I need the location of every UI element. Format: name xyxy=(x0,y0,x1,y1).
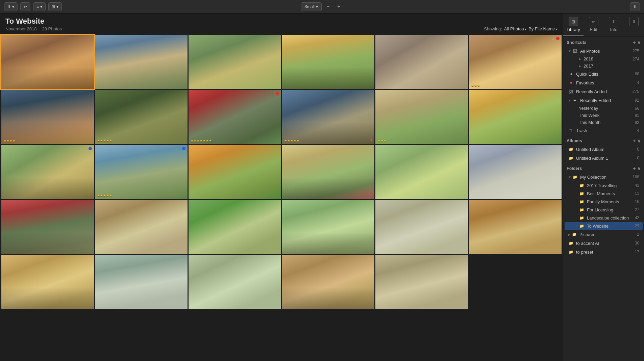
photo-cell-8[interactable]: ★★★★★ xyxy=(95,90,188,144)
shortcuts-add-icon[interactable]: + xyxy=(633,40,636,45)
sidebar-item-trash[interactable]: 🗑 Trash 4 xyxy=(565,126,643,135)
photo-cell-10[interactable]: ★★★★★♥ xyxy=(282,90,375,144)
main-toolbar: ⬆ ▾ ↩ ≡ ▾ ⊞ ▾ Small ▾ − + ⬆ xyxy=(0,0,644,14)
zoom-out-button[interactable]: − xyxy=(324,2,332,11)
tab-library[interactable]: ⊞ Library xyxy=(563,14,584,36)
sidebar-item-untitled-album-1[interactable]: 📁 Untitled Album 1 0 xyxy=(565,154,643,162)
photo-cell-22[interactable] xyxy=(282,200,375,254)
sidebar-item-landscape-collection[interactable]: 📁 Landscalpe collection 42 xyxy=(565,214,643,222)
showing-filter-dropdown[interactable]: All Photos xyxy=(504,26,526,31)
to-website-icon: 📁 xyxy=(579,223,585,229)
photo-cell-2[interactable] xyxy=(95,35,188,89)
untitled-album-1-icon: 📁 xyxy=(568,155,574,161)
photo-cell-26[interactable] xyxy=(95,255,188,309)
pictures-label: Pictures xyxy=(579,232,636,237)
back-button[interactable]: ↩ xyxy=(20,2,30,11)
sidebar-item-family-moments[interactable]: 📁 Family Moments 16 xyxy=(565,198,643,206)
recently-added-icon: 🖼 xyxy=(568,88,574,95)
photo-cell-19[interactable] xyxy=(1,200,94,254)
photo-cell-25[interactable] xyxy=(1,255,94,309)
photo-cell-11[interactable]: ★★★ xyxy=(375,90,468,144)
tab-share[interactable]: ⬆ xyxy=(624,14,644,36)
this-month-label: This Month xyxy=(579,120,634,125)
sidebar-item-untitled-album[interactable]: 📁 Untitled Album 0 xyxy=(565,145,643,154)
showing-sort-dropdown[interactable]: By File Name xyxy=(528,26,558,31)
photo-cell-13[interactable] xyxy=(1,145,94,199)
folders-chevron-icon[interactable]: ∨ xyxy=(637,166,641,171)
sidebar-item-this-month[interactable]: This Month 92 xyxy=(565,119,643,126)
sidebar-item-yesterday[interactable]: Yesterday 66 xyxy=(565,105,643,112)
photo-cell-14[interactable]: ★★★★★ xyxy=(95,145,188,199)
photo-cell-5[interactable] xyxy=(375,35,468,89)
sidebar-item-best-moments[interactable]: 📁 Best Moments 11 xyxy=(565,189,643,198)
best-moments-count: 11 xyxy=(635,191,639,196)
sidebar-item-favorites[interactable]: ♥ Favorites 4 xyxy=(565,78,643,87)
albums-actions[interactable]: + ∨ xyxy=(633,138,641,144)
sidebar-item-to-preset[interactable]: 📁 to preset 17 xyxy=(565,248,643,256)
this-week-label: This Week xyxy=(579,113,634,118)
shortcuts-actions[interactable]: + ∨ xyxy=(633,40,641,45)
album-date: November 2018 xyxy=(5,26,37,31)
tab-edit[interactable]: ✏ Edit xyxy=(584,14,604,36)
sidebar-item-my-collection[interactable]: ▼ 📁 My Collection 168 xyxy=(565,173,643,181)
photo-cell-4[interactable] xyxy=(282,35,375,89)
sidebar: ⊞ Library ✏ Edit ℹ Info ⬆ Shortcuts xyxy=(563,14,644,361)
sidebar-item-pictures[interactable]: ▶ 📁 Pictures 2 xyxy=(565,230,643,239)
sidebar-item-this-week[interactable]: This Week 91 xyxy=(565,112,643,119)
sidebar-item-all-photos[interactable]: ▼ 🖼 All Photos 275 xyxy=(565,47,643,55)
year-2018-chevron: ▶ xyxy=(579,57,581,61)
photo-cell-24[interactable] xyxy=(469,200,562,254)
pictures-icon: 📁 xyxy=(571,231,577,237)
photo-cell-1[interactable] xyxy=(1,35,94,89)
layout-button[interactable]: ⊞ ▾ xyxy=(48,2,62,11)
share-button[interactable]: ⬆ xyxy=(630,2,640,11)
sidebar-item-recently-edited[interactable]: ▼ ✦ Recently Edited 92 xyxy=(565,96,643,105)
my-collection-label: My Collection xyxy=(580,175,631,180)
photo-cell-20[interactable] xyxy=(95,200,188,254)
import-button[interactable]: ⬆ ▾ xyxy=(4,2,18,11)
photo-cell-27[interactable] xyxy=(189,255,281,309)
photo-cell-3[interactable] xyxy=(189,35,281,89)
tab-info[interactable]: ℹ Info xyxy=(604,14,624,36)
photo-cell-6[interactable]: ⚙★★★ xyxy=(469,35,562,89)
sidebar-item-2017-travelling[interactable]: 📁 2017 Travelling 43 xyxy=(565,181,643,189)
sidebar-item-to-accent-ai[interactable]: 📁 to accent AI 30 xyxy=(565,239,643,248)
to-preset-count: 17 xyxy=(635,250,639,254)
folders-section-header: Folders + ∨ xyxy=(563,162,644,173)
view-options-button[interactable]: ≡ ▾ xyxy=(33,2,46,11)
photo-cell-9[interactable]: ★★★★★★★ xyxy=(189,90,281,144)
sidebar-item-for-licensing[interactable]: 📁 For Licensing 27 xyxy=(565,206,643,214)
photo-cell-29[interactable] xyxy=(375,255,468,309)
albums-add-icon[interactable]: + xyxy=(633,138,636,144)
photo-cell-15[interactable] xyxy=(189,145,281,199)
sidebar-item-2018[interactable]: ▶ 2018 274 xyxy=(565,55,643,62)
photo-cell-16[interactable] xyxy=(282,145,375,199)
shortcuts-chevron-icon[interactable]: ∨ xyxy=(637,40,641,45)
album-count: 29 Photos xyxy=(42,26,62,31)
photo-cell-28[interactable] xyxy=(282,255,375,309)
sidebar-item-to-website[interactable]: 📁 To Website 29 xyxy=(565,222,643,230)
sidebar-item-recently-added[interactable]: 🖼 Recently Added 275 xyxy=(565,87,643,96)
quick-edits-label: Quick Edits xyxy=(576,72,634,77)
all-photos-label: All Photos xyxy=(580,49,631,54)
albums-chevron-icon[interactable]: ∨ xyxy=(637,138,641,144)
folders-add-icon[interactable]: + xyxy=(633,166,636,171)
sidebar-item-quick-edits[interactable]: ✦ Quick Edits 68 xyxy=(565,70,643,78)
photo-cell-21[interactable] xyxy=(189,200,281,254)
content-header: To Website November 2018 29 Photos Showi… xyxy=(0,14,563,33)
untitled-album-1-label: Untitled Album 1 xyxy=(576,156,636,161)
folders-actions[interactable]: + ∨ xyxy=(633,166,641,171)
zoom-in-button[interactable]: + xyxy=(335,2,343,11)
photo-cell-23[interactable] xyxy=(375,200,468,254)
photo-cell-17[interactable] xyxy=(375,145,468,199)
main-layout: To Website November 2018 29 Photos Showi… xyxy=(0,14,644,361)
trash-label: Trash xyxy=(576,128,636,133)
photo-cell-18[interactable] xyxy=(469,145,562,199)
photo-cell-12[interactable] xyxy=(469,90,562,144)
untitled-album-label: Untitled Album xyxy=(576,147,636,152)
size-selector-button[interactable]: Small ▾ xyxy=(301,2,322,11)
sidebar-content: Shortcuts + ∨ ▼ 🖼 All Photos 275 ▶ 2018 … xyxy=(563,36,644,361)
sidebar-item-2017[interactable]: ▶ 2017 xyxy=(565,62,643,70)
photo-cell-7[interactable]: ★★★★ xyxy=(1,90,94,144)
photo-stars-6: ★★★ xyxy=(471,84,480,87)
